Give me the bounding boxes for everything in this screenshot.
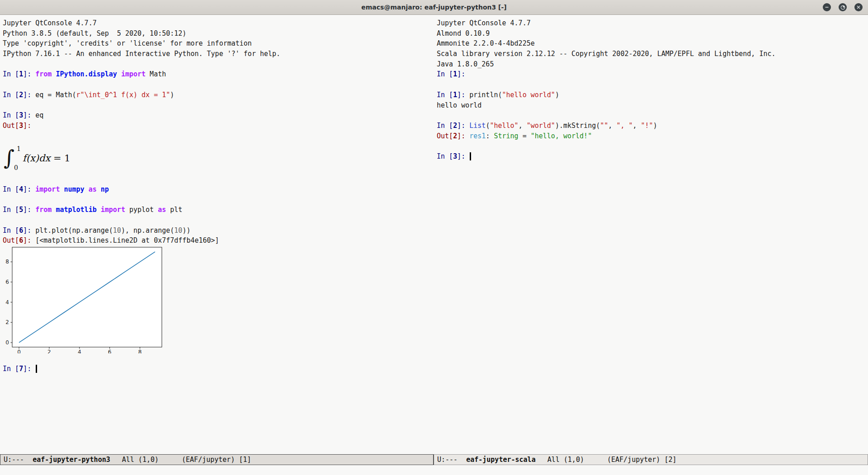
modelines: U:--- eaf-jupyter-python3 All (1,0) (EAF… [0,454,868,465]
text-cursor [470,152,471,160]
svg-text:6: 6 [108,349,112,353]
scala-console-pane[interactable]: Jupyter QtConsole 4.7.7Almond 0.10.9Ammo… [434,15,868,454]
console-line: In [1]: println("hello world") [437,90,868,100]
console-line: In [5]: from matplotlib import pyplot as… [3,205,434,215]
window-controls [823,0,863,14]
console-blank-line [3,174,434,184]
text-cursor [36,365,37,373]
close-icon [856,5,861,9]
console-line: Ammonite 2.2.0-4-4bd225e [437,38,868,49]
console-line: Java 1.8.0_265 [437,59,868,70]
console-line: In [2]: eq = Math(r"\int_0^1 f(x) dx = 1… [3,90,434,100]
console-line: Almond 0.10.9 [437,28,868,39]
minimize-button[interactable] [823,3,831,11]
svg-text:0: 0 [5,339,9,346]
console-line: In [3]: eq [3,110,434,121]
svg-text:6: 6 [5,279,9,285]
console-line: Type 'copyright', 'credits' or 'license'… [3,38,434,49]
console-line: In [1]: from IPython.display import Math [3,69,434,80]
console-line: Python 3.8.5 (default, Sep 5 2020, 10:50… [3,28,434,39]
svg-text:8: 8 [138,349,142,353]
console-line: Scala library version 2.12.12 -- Copyrig… [437,49,868,59]
modeline-major-mode: (EAF/jupyter) [1] [182,455,251,465]
console-line: In [3]: [437,151,868,162]
matplotlib-figure: 0246802468 [3,246,170,353]
svg-text:4: 4 [78,349,81,353]
window-title: emacs@manjaro: eaf-jupyter-python3 [-] [0,0,868,14]
svg-text:2: 2 [5,319,9,325]
minimize-icon [825,5,829,9]
python-console-pane[interactable]: Jupyter QtConsole 4.7.7Python 3.8.5 (def… [0,15,434,454]
maximize-button[interactable] [839,3,847,11]
modeline-position: All (1,0) [122,455,159,465]
svg-text:4: 4 [5,299,9,306]
console-line: Jupyter QtConsole 4.7.7 [3,18,434,28]
window-titlebar[interactable]: emacs@manjaro: eaf-jupyter-python3 [-] [0,0,868,15]
modeline-major-mode: (EAF/jupyter) [2] [607,455,677,465]
modeline-python: U:--- eaf-jupyter-python3 All (1,0) (EAF… [0,454,434,465]
console-line: Out[2]: res1: String = "hello, world!" [437,131,868,141]
maximize-icon [840,5,845,10]
close-button[interactable] [854,3,863,11]
modeline-buffer-name: eaf-jupyter-scala [466,455,536,465]
console-line: In [1]: [437,69,868,80]
svg-text:2: 2 [47,349,51,353]
console-line: Out[3]: [3,121,434,131]
console-line: Out[6]: [<matplotlib.lines.Line2D at 0x7… [3,235,434,246]
console-line: IPython 7.16.1 -- An enhanced Interactiv… [3,49,434,59]
console-line: In [6]: plt.plot(np.arange(10), np.arang… [3,226,434,236]
console-blank-line [3,131,434,141]
console-blank-line [437,141,868,151]
echo-area[interactable] [0,465,868,475]
console-line: hello world [437,100,868,111]
console-blank-line [3,80,434,90]
console-blank-line [3,215,434,226]
console-blank-line [3,59,434,70]
frame-content: Jupyter QtConsole 4.7.7Python 3.8.5 (def… [0,15,868,454]
latex-equation-output: ∫10f(x)dx = 1 [3,141,434,174]
console-blank-line [3,195,434,205]
console-line: Jupyter QtConsole 4.7.7 [437,18,868,28]
modeline-scala: U:--- eaf-jupyter-scala All (1,0) (EAF/j… [434,454,868,465]
svg-text:0: 0 [17,349,21,353]
console-blank-line [3,353,434,364]
modeline-buffer-name: eaf-jupyter-python3 [33,455,110,465]
console-blank-line [3,100,434,111]
svg-text:8: 8 [5,259,9,265]
console-line: In [2]: List("hello", "world").mkString(… [437,121,868,131]
equation-body: f(x)dx = 1 [23,151,71,164]
console-line: In [4]: import numpy as np [3,184,434,195]
integral-sign: ∫10 [3,147,22,168]
console-blank-line [437,110,868,121]
modeline-status: U:--- [437,455,458,465]
console-blank-line [437,80,868,90]
modeline-position: All (1,0) [547,455,584,465]
console-line: In [7]: [3,364,434,374]
modeline-status: U:--- [4,455,24,465]
